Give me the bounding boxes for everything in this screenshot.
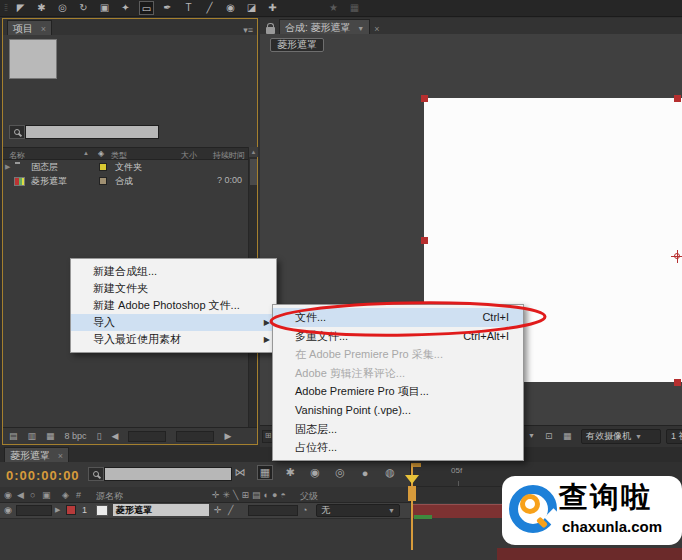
current-timecode[interactable]: 0:00:00:00 xyxy=(6,468,80,483)
eye-icon[interactable]: ◉ xyxy=(4,505,12,515)
text-tool-icon[interactable]: T xyxy=(181,1,196,15)
bit-depth-label[interactable]: 8 bpc xyxy=(65,431,87,441)
project-panel: 项目 × ▾≡ 名称 ▲ ◈ 类型 大小 持续时间 ▶ 固态层 文件夹 xyxy=(2,18,258,445)
safe-margins-icon[interactable]: ⊡ xyxy=(545,431,553,441)
project-search-input[interactable] xyxy=(25,125,159,139)
timeline-search-input[interactable] xyxy=(104,467,232,481)
hand-tool-icon[interactable]: ✱ xyxy=(34,1,49,15)
quality-switch-icon[interactable]: ╱ xyxy=(228,505,233,515)
comp-mini-flowchart-icon[interactable]: ⋈ xyxy=(232,466,248,479)
auto-keyframe-icon[interactable]: ◍ xyxy=(382,466,398,479)
submenu-item-premiere-project[interactable]: Adobe Premiere Pro 项目... xyxy=(273,382,523,401)
interpret-footage-icon[interactable]: ▤ xyxy=(9,431,18,441)
puppet-pin-tool-icon[interactable]: ✚ xyxy=(265,1,280,15)
view-layout-dropdown[interactable]: 1 视 xyxy=(666,429,682,444)
view-layout-value: 1 视 xyxy=(671,430,682,443)
comp-tabstrip: 合成: 菱形遮罩 ▼ × xyxy=(260,18,682,34)
label-swatch-yellow[interactable] xyxy=(99,163,107,171)
menu-item-new-photoshop-file[interactable]: 新建 Adobe Photoshop 文件... xyxy=(71,297,276,314)
layer-handle-bottomright[interactable] xyxy=(674,379,681,386)
scrollbar-thumb[interactable] xyxy=(250,159,257,185)
camera-view-dropdown[interactable]: 有效摄像机 ▼ xyxy=(581,429,661,444)
timeline-scroll-strip[interactable] xyxy=(497,548,682,560)
switch-wells[interactable] xyxy=(248,505,298,516)
hide-shy-layers-icon[interactable]: ✱ xyxy=(282,466,298,479)
brainstorm-icon[interactable]: ● xyxy=(357,467,373,479)
zoom-tool-icon[interactable]: ◎ xyxy=(55,1,70,15)
watermark: 查询啦 chaxunla.com xyxy=(502,476,682,545)
audio-icon[interactable]: ◀ xyxy=(17,490,24,500)
expand-arrow-icon[interactable]: ▶ xyxy=(55,506,60,514)
layer-handle-topright[interactable] xyxy=(674,95,681,102)
menu-item-import[interactable]: 导入 ▶ xyxy=(71,314,276,331)
layer-label-swatch[interactable] xyxy=(66,505,76,515)
menu-item-import-recent[interactable]: 导入最近使用素材 ▶ xyxy=(71,331,276,348)
close-icon[interactable]: × xyxy=(374,24,379,34)
parent-col-label[interactable]: 父级 xyxy=(300,490,318,503)
timeline-search[interactable] xyxy=(88,467,232,481)
layer-handle-topleft[interactable] xyxy=(421,95,428,102)
av-wells[interactable] xyxy=(16,505,52,516)
scroll-right-icon[interactable]: ▶ xyxy=(224,431,231,441)
shy-switch-icon[interactable]: ✛ xyxy=(214,505,222,515)
menu-item-new-folder[interactable]: 新建文件夹 xyxy=(71,280,276,297)
layer-name-field[interactable]: 菱形遮罩 xyxy=(113,504,209,516)
label-col-icon[interactable]: ◈ xyxy=(62,490,69,500)
tab-timeline[interactable]: 菱形遮罩 × xyxy=(4,447,69,462)
label-color-col-icon[interactable]: ◈ xyxy=(98,149,104,158)
search-icon[interactable] xyxy=(9,125,25,139)
close-icon[interactable]: × xyxy=(41,24,46,34)
selection-tool-icon[interactable]: ◤ xyxy=(13,1,28,15)
playhead-icon[interactable] xyxy=(405,475,419,484)
eraser-tool-icon[interactable]: ◪ xyxy=(244,1,259,15)
item-type: 合成 xyxy=(115,175,133,188)
parent-pickwhip-icon[interactable]: ◔ xyxy=(302,505,307,515)
submenu-item-solid[interactable]: 固态层... xyxy=(273,420,523,439)
transparency-grid-icon[interactable]: ▦ xyxy=(563,431,572,441)
search-icon[interactable] xyxy=(88,467,104,481)
close-icon[interactable]: × xyxy=(58,451,63,461)
item-name: 菱形遮罩 xyxy=(31,175,67,188)
panel-menu-icon[interactable]: ▾≡ xyxy=(243,25,257,35)
pan-behind-tool-icon[interactable]: ✦ xyxy=(118,1,133,15)
scroll-up-icon[interactable]: ▲ xyxy=(249,147,258,157)
motion-blur-icon[interactable]: ◎ xyxy=(332,466,348,479)
eye-icon[interactable]: ◉ xyxy=(4,490,12,500)
parent-dropdown[interactable]: 无 ▼ xyxy=(316,504,400,517)
pen-tool-icon[interactable]: ✒ xyxy=(160,1,175,15)
new-composition-icon[interactable]: ▦ xyxy=(46,431,55,441)
brush-tool-icon[interactable]: ╱ xyxy=(202,1,217,15)
layer-row-1[interactable]: ◉ ▶ 1 菱形遮罩 ✛ ╱ ◔ 无 ▼ xyxy=(0,503,410,519)
solo-icon[interactable]: ○ xyxy=(30,490,35,500)
rotation-tool-icon[interactable]: ↻ xyxy=(76,1,91,15)
lock-icon[interactable] xyxy=(266,27,275,34)
playhead-stem[interactable] xyxy=(408,486,416,501)
trash-icon[interactable]: ▯ xyxy=(97,431,102,441)
menu-item-new-composition[interactable]: 新建合成组... xyxy=(71,263,276,280)
tab-composition[interactable]: 合成: 菱形遮罩 ▼ xyxy=(279,19,370,34)
comp-viewer-button[interactable]: 菱形遮罩 xyxy=(270,38,324,52)
item-name: 固态层 xyxy=(31,161,58,174)
project-list-header: 名称 ▲ ◈ 类型 大小 持续时间 xyxy=(3,147,257,160)
camera-tool-icon[interactable]: ▣ xyxy=(97,1,112,15)
sort-arrow-icon[interactable]: ▲ xyxy=(83,150,89,156)
layer-handle-midleft[interactable] xyxy=(421,237,428,244)
lock-column-icon[interactable]: ▣ xyxy=(42,490,51,500)
scroll-left-icon[interactable]: ◀ xyxy=(112,431,119,441)
tab-project[interactable]: 项目 × xyxy=(7,20,52,35)
project-row-comp[interactable]: 菱形遮罩 合成 ? 0:00 xyxy=(3,174,248,188)
submenu-item-placeholder[interactable]: 占位符... xyxy=(273,438,523,457)
project-row-solids[interactable]: ▶ 固态层 文件夹 xyxy=(3,160,248,174)
expand-arrow-icon[interactable]: ▶ xyxy=(5,163,10,171)
frame-blending-icon[interactable]: ◉ xyxy=(307,466,323,479)
draft-3d-icon[interactable]: ▦ xyxy=(257,465,273,480)
new-folder-icon[interactable]: ▥ xyxy=(28,431,37,441)
submenu-item-vanishing-point[interactable]: Vanishing Point (.vpe)... xyxy=(273,401,523,420)
project-search[interactable] xyxy=(9,125,159,139)
clone-stamp-tool-icon[interactable]: ◉ xyxy=(223,1,238,15)
source-name-col-label[interactable]: 源名称 xyxy=(96,490,123,503)
rectangle-tool-icon[interactable]: ▭ xyxy=(139,1,154,15)
chevron-down-icon[interactable]: ▼ xyxy=(357,25,364,32)
label-swatch-tan[interactable] xyxy=(99,177,107,185)
chevron-down-icon[interactable]: ▼ xyxy=(528,432,535,439)
